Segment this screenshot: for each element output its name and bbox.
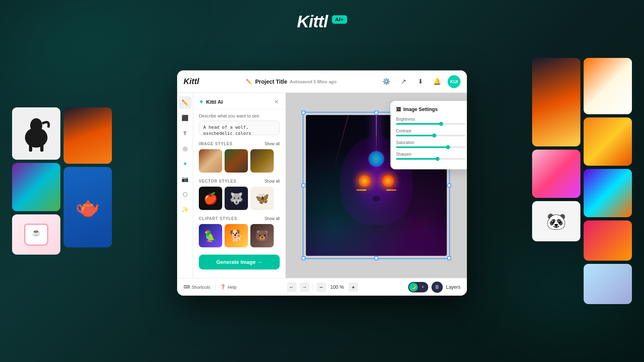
gallery-image-cup: ☕: [12, 214, 60, 255]
vector-styles-show-all[interactable]: Show all: [264, 179, 280, 183]
shortcuts-button[interactable]: ⌨ Shortcuts: [184, 284, 210, 290]
topbar: Kittl ✏️ Project Title Autosaved 5 Mins …: [177, 70, 467, 93]
nav-back-button[interactable]: ←: [287, 282, 297, 292]
clipart-styles-show-all[interactable]: Show all: [264, 216, 280, 221]
bottom-left: ⌨ Shortcuts ❓ Help: [184, 284, 237, 290]
image-settings-panel: 🖼 Image Settings Brightness Contrast: [390, 101, 467, 169]
avatar-button[interactable]: KUI: [448, 75, 460, 88]
gallery-image-abstract-pink: [532, 150, 580, 198]
light-theme-circle: ☀: [419, 283, 427, 292]
image-settings-title: 🖼 Image Settings: [396, 107, 465, 112]
topbar-logo: Kittl: [184, 77, 199, 86]
gallery-image-lion: [584, 117, 632, 166]
gallery-image-scene: [64, 107, 112, 164]
layers-button[interactable]: Layers: [446, 284, 460, 290]
logo-text: Kittl: [297, 12, 328, 31]
brightness-thumb[interactable]: [439, 122, 443, 126]
sharpen-row: Sharpen: [396, 152, 465, 160]
gallery-right: 🐼: [532, 58, 632, 304]
saturation-label: Saturation: [396, 140, 465, 145]
sidebar-edit-icon[interactable]: ✏️: [179, 96, 192, 109]
brightness-row: Brightness: [396, 117, 465, 125]
settings-icon: 🖼: [396, 107, 401, 112]
theme-toggle[interactable]: 🌙 ☀: [408, 282, 428, 292]
share-button[interactable]: ↗: [397, 75, 410, 88]
contrast-row: Contrast: [396, 129, 465, 136]
style-thumb-portrait[interactable]: [199, 149, 222, 173]
bottombar: ⌨ Shortcuts ❓ Help ← → − 100 % + 🌙 ☀: [177, 278, 467, 296]
canvas-area[interactable]: 🖼 Image Settings Brightness Contrast: [286, 93, 467, 278]
zoom-in-button[interactable]: +: [349, 282, 358, 292]
brightness-slider[interactable]: [396, 123, 465, 125]
brightness-fill: [396, 123, 441, 125]
contrast-label: Contrast: [396, 129, 465, 133]
logo-badge: AI+: [332, 15, 347, 24]
nav-forward-button[interactable]: →: [300, 282, 310, 292]
contrast-thumb[interactable]: [432, 134, 436, 138]
app-logo: Kittl AI+: [297, 12, 347, 31]
svg-point-1: [30, 118, 42, 133]
style-thumb-apple[interactable]: 🍎: [199, 187, 222, 210]
close-panel-button[interactable]: ✕: [273, 98, 280, 106]
vector-styles-grid: 🍎 🐺 🦋: [193, 185, 285, 214]
clipart-styles-grid: 🦜 🐕 🐻: [193, 222, 285, 251]
topbar-center: ✏️ Project Title Autosaved 5 Mins ago: [207, 78, 375, 85]
svg-rect-3: [40, 144, 43, 152]
sharpen-slider[interactable]: [396, 158, 465, 160]
style-thumb-bear[interactable]: 🐻: [250, 224, 274, 247]
saturation-thumb[interactable]: [446, 145, 450, 149]
download-button[interactable]: ⬇: [414, 75, 427, 88]
bottom-center: ← → − 100 % +: [242, 282, 403, 292]
clipart-styles-title: CLIPART STYLES: [199, 216, 237, 221]
divider-1: [215, 284, 215, 290]
brightness-label: Brightness: [396, 117, 465, 121]
image-styles-section-header: IMAGE STYLES Show all: [193, 139, 285, 148]
autosave-text: Autosaved 5 Mins ago: [290, 79, 336, 84]
ai-panel-header: ✦ Kittl AI ✕: [193, 93, 285, 109]
notification-button[interactable]: 🔔: [431, 75, 444, 88]
style-thumb-wolf-silhouette[interactable]: 🐺: [225, 187, 248, 210]
describe-label: Describe what you want to see.: [193, 109, 285, 121]
describe-input[interactable]: A head of a wolf, psychedelic colors: [199, 121, 280, 135]
zoom-controls: − 100 % +: [316, 282, 358, 292]
style-thumb-ship[interactable]: [250, 149, 274, 173]
vector-styles-section-header: VECTOR STYLES Show all: [193, 177, 285, 185]
topbar-actions: ⚙️ ↗ ⬇ 🔔 KUI: [380, 75, 460, 88]
sidebar-photo-icon[interactable]: 📷: [179, 173, 192, 185]
contrast-slider[interactable]: [396, 135, 465, 136]
project-title: Project Title Autosaved 5 Mins ago: [255, 78, 336, 85]
sidebar-sparkle-icon[interactable]: ✨: [179, 203, 192, 216]
ai-panel-title: ✦ Kittl AI: [199, 99, 223, 105]
image-styles-show-all[interactable]: Show all: [264, 142, 280, 146]
saturation-slider[interactable]: [396, 146, 465, 148]
sidebar-grid-icon[interactable]: ⬡: [179, 188, 192, 201]
sharpen-fill: [396, 158, 438, 160]
sidebar-text-icon[interactable]: T: [179, 127, 192, 140]
gallery-image-horse: [12, 107, 60, 160]
sidebar-elements-icon[interactable]: ◎: [179, 142, 192, 155]
keyboard-icon: ⌨: [184, 284, 190, 290]
style-thumb-bird[interactable]: 🦜: [199, 224, 222, 247]
zoom-out-button[interactable]: −: [316, 282, 326, 292]
svg-rect-2: [29, 144, 32, 152]
style-thumb-dog[interactable]: 🐕: [225, 224, 248, 247]
vector-styles-title: VECTOR STYLES: [199, 179, 237, 183]
generate-button[interactable]: Generate Image →: [199, 255, 280, 269]
gallery-image-panda: 🐼: [532, 201, 580, 241]
style-thumb-forest[interactable]: [225, 149, 248, 173]
zoom-level: 100 %: [329, 284, 345, 290]
sparkle-icon: ✦: [199, 99, 204, 105]
sidebar-ai-icon[interactable]: ✦: [179, 157, 192, 170]
sidebar-shapes-icon[interactable]: ⬛: [179, 111, 192, 124]
image-styles-title: IMAGE STYLES: [199, 142, 233, 146]
image-styles-grid: [193, 148, 285, 177]
settings-button[interactable]: ⚙️: [380, 75, 393, 88]
style-thumb-butterfly[interactable]: 🦋: [250, 187, 274, 210]
edit-icon: ✏️: [246, 79, 252, 84]
help-button[interactable]: ❓ Help: [220, 284, 237, 290]
sharpen-label: Sharpen: [396, 152, 465, 156]
user-badge: B: [431, 282, 443, 293]
main-content: ✏️ ⬛ T ◎ ✦ 📷 ⬡ ✨ ✦ Kittl AI ✕ Describe w…: [177, 93, 467, 278]
saturation-fill: [396, 146, 448, 148]
sharpen-thumb[interactable]: [436, 157, 440, 161]
